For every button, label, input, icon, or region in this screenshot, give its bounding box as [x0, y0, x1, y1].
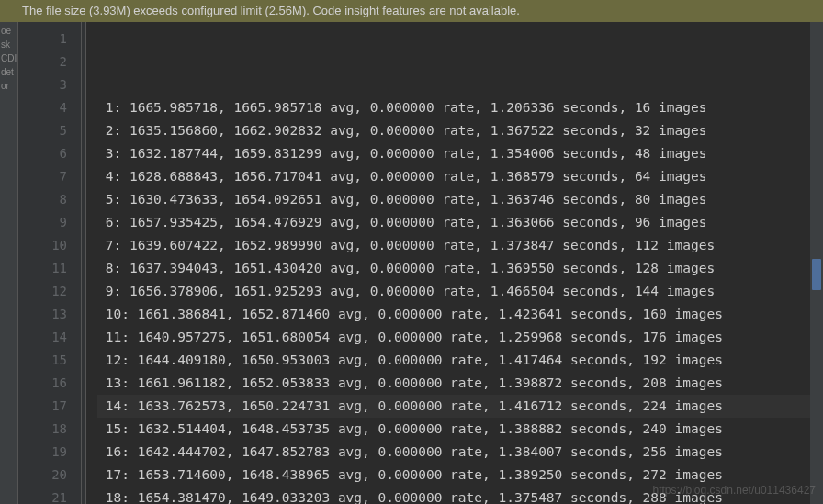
- code-line[interactable]: 13: 1661.961182, 1652.053833 avg, 0.0000…: [97, 372, 810, 395]
- line-number[interactable]: 12: [18, 280, 67, 303]
- left-panel-item[interactable]: or: [0, 79, 17, 93]
- code-content[interactable]: 1: 1665.985718, 1665.985718 avg, 0.00000…: [86, 22, 810, 504]
- code-line[interactable]: 8: 1637.394043, 1651.430420 avg, 0.00000…: [97, 257, 810, 280]
- line-number[interactable]: 11: [18, 257, 67, 280]
- line-number[interactable]: 20: [18, 464, 67, 487]
- line-number[interactable]: 21: [18, 487, 67, 504]
- margin-stripe: [81, 22, 82, 504]
- left-panel-item[interactable]: det: [0, 65, 17, 79]
- code-line[interactable]: 1: 1665.985718, 1665.985718 avg, 0.00000…: [97, 96, 810, 119]
- line-number[interactable]: 1: [18, 28, 67, 50]
- code-line[interactable]: 2: 1635.156860, 1662.902832 avg, 0.00000…: [97, 119, 810, 142]
- line-number[interactable]: 17: [18, 395, 67, 418]
- line-number[interactable]: 13: [18, 303, 67, 326]
- left-panel-item[interactable]: CDI: [0, 51, 17, 65]
- line-number[interactable]: 7: [18, 165, 67, 188]
- watermark: https://blog.csdn.net/u011436427: [653, 484, 816, 497]
- scroll-marker[interactable]: [812, 259, 821, 290]
- code-line[interactable]: 14: 1633.762573, 1650.224731 avg, 0.0000…: [97, 395, 810, 418]
- line-number[interactable]: 3: [18, 73, 67, 96]
- line-number[interactable]: 6: [18, 142, 67, 165]
- line-number[interactable]: 8: [18, 188, 67, 211]
- line-number[interactable]: 16: [18, 372, 67, 395]
- code-line[interactable]: 5: 1630.473633, 1654.092651 avg, 0.00000…: [97, 188, 810, 211]
- line-number[interactable]: 5: [18, 119, 67, 142]
- line-number[interactable]: 14: [18, 326, 67, 349]
- line-number[interactable]: 2: [18, 50, 67, 73]
- code-line[interactable]: 3: 1632.187744, 1659.831299 avg, 0.00000…: [97, 142, 810, 165]
- scrollbar-strip[interactable]: [810, 22, 823, 504]
- warning-text: The file size (3.93M) exceeds configured…: [22, 4, 520, 17]
- left-tool-panel[interactable]: oeskCDIdetor: [0, 22, 18, 504]
- line-number[interactable]: 15: [18, 349, 67, 372]
- line-number[interactable]: 18: [18, 418, 67, 441]
- code-line[interactable]: 11: 1640.957275, 1651.680054 avg, 0.0000…: [97, 326, 810, 349]
- file-size-warning-bar: The file size (3.93M) exceeds configured…: [0, 0, 823, 22]
- line-number[interactable]: 9: [18, 211, 67, 234]
- code-line[interactable]: 6: 1657.935425, 1654.476929 avg, 0.00000…: [97, 211, 810, 234]
- code-line[interactable]: 12: 1644.409180, 1650.953003 avg, 0.0000…: [97, 349, 810, 372]
- main-area: oeskCDIdetor 123456789101112131415161718…: [0, 22, 823, 504]
- left-panel-item[interactable]: oe: [0, 24, 17, 38]
- editor: 123456789101112131415161718192021 1: 166…: [18, 22, 810, 504]
- line-number[interactable]: 4: [18, 96, 67, 119]
- code-line[interactable]: 10: 1661.386841, 1652.871460 avg, 0.0000…: [97, 303, 810, 326]
- code-line[interactable]: 16: 1642.444702, 1647.852783 avg, 0.0000…: [97, 441, 810, 464]
- line-number-gutter[interactable]: 123456789101112131415161718192021: [18, 22, 86, 504]
- line-number[interactable]: 10: [18, 234, 67, 257]
- code-line[interactable]: 4: 1628.688843, 1656.717041 avg, 0.00000…: [97, 165, 810, 188]
- line-number[interactable]: 19: [18, 441, 67, 464]
- code-line[interactable]: 7: 1639.607422, 1652.989990 avg, 0.00000…: [97, 234, 810, 257]
- left-panel-item[interactable]: sk: [0, 38, 17, 51]
- code-line[interactable]: 9: 1656.378906, 1651.925293 avg, 0.00000…: [97, 280, 810, 303]
- code-line[interactable]: 15: 1632.514404, 1648.453735 avg, 0.0000…: [97, 418, 810, 441]
